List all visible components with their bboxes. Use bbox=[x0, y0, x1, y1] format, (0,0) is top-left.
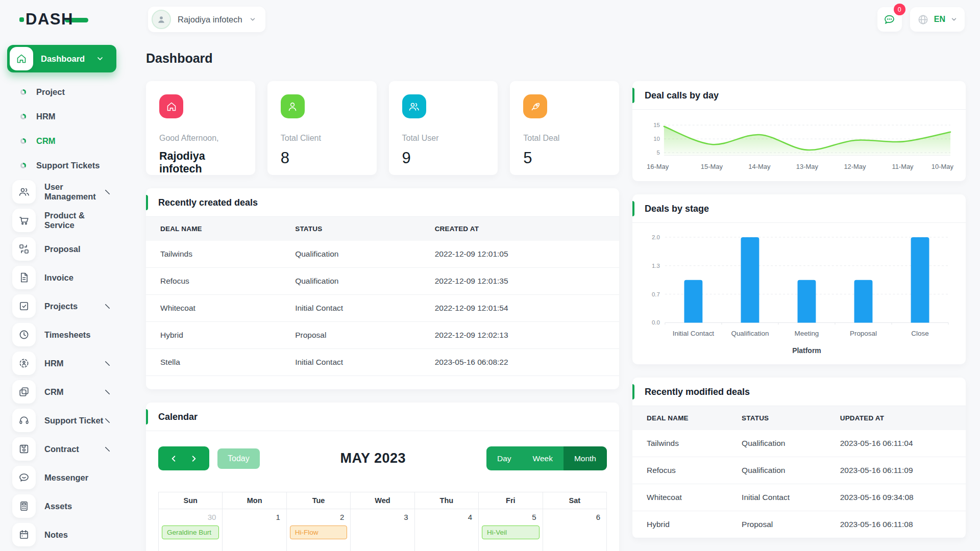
language-selector[interactable]: EN bbox=[910, 7, 965, 32]
svg-text:Meeting: Meeting bbox=[795, 330, 819, 337]
sidebar-item-hrm[interactable]: HRM bbox=[7, 349, 116, 378]
chevron-right-icon bbox=[104, 360, 111, 367]
table-cell: Whitecoat bbox=[632, 484, 727, 511]
sidebar-item-crm[interactable]: CRM bbox=[7, 378, 116, 406]
rocket-icon bbox=[523, 94, 547, 118]
chevron-right-icon bbox=[104, 445, 111, 453]
stat-card-total-client: Total Client 8 bbox=[267, 81, 377, 175]
sidebar-item-label: Assets bbox=[44, 502, 72, 511]
table-cell: Initial Contact bbox=[727, 484, 826, 511]
calendar-day-cell[interactable]: 6 bbox=[543, 509, 606, 551]
sidebar-item-projects[interactable]: Projects bbox=[7, 292, 116, 320]
bullet-icon bbox=[20, 114, 26, 119]
day-header: Thu bbox=[414, 492, 478, 509]
sidebar-item-timesheets[interactable]: Timesheets bbox=[7, 320, 116, 349]
next-button[interactable] bbox=[189, 455, 198, 463]
sidebar-item-label: HRM bbox=[36, 112, 56, 121]
calendar-event[interactable]: Hi-Veil bbox=[482, 525, 539, 539]
day-header: Sat bbox=[543, 492, 606, 509]
sidebar-item-label: HRM bbox=[44, 359, 64, 368]
sidebar-item-label: Dashboard bbox=[41, 54, 85, 64]
sidebar-item-user-management[interactable]: User Management bbox=[7, 178, 116, 206]
svg-text:15-May: 15-May bbox=[701, 163, 723, 170]
sidebar-item-proposal[interactable]: Proposal bbox=[7, 235, 116, 263]
table-cell: Proposal bbox=[727, 511, 826, 538]
calendar-day-cell[interactable]: 30Geraldine Burt bbox=[159, 509, 223, 551]
prev-button[interactable] bbox=[170, 455, 178, 463]
sidebar-item-crm[interactable]: CRM bbox=[7, 129, 116, 153]
calendar-day-cell[interactable]: 2Hi-Flow bbox=[286, 509, 350, 551]
svg-text:10-May: 10-May bbox=[932, 163, 953, 170]
calendar-toolbar: Today MAY 2023 DayWeekMonth bbox=[158, 446, 607, 470]
calendar-nav bbox=[158, 446, 209, 470]
calendar-day-cell[interactable]: 3 bbox=[351, 509, 414, 551]
topbar-actions: 0 EN bbox=[877, 7, 965, 32]
sidebar-item-hrm[interactable]: HRM bbox=[7, 104, 116, 129]
contract-icon bbox=[12, 437, 36, 461]
table-cell: 2023-05-16 06:11:09 bbox=[826, 457, 966, 484]
table-row: RefocusQualification2022-12-09 12:01:35 bbox=[146, 268, 619, 295]
sidebar-item-label: CRM bbox=[36, 136, 56, 146]
sidebar-item-support-tickets[interactable]: Support Tickets bbox=[7, 153, 116, 178]
date-number: 30 bbox=[159, 509, 222, 524]
calendar-day-cell[interactable]: 5Hi-Veil bbox=[479, 509, 543, 551]
calendar-grid: SunMonTueWedThuFriSat 30Geraldine Burt12… bbox=[158, 492, 607, 551]
sidebar-item-project[interactable]: Project bbox=[7, 80, 116, 104]
table-cell: Hybrid bbox=[632, 511, 727, 538]
bullet-icon bbox=[20, 89, 26, 95]
app-logo: DASH bbox=[19, 10, 122, 29]
stat-label: Good Afternoon, bbox=[159, 134, 242, 143]
chevron-right-icon bbox=[104, 388, 111, 396]
stat-label: Total Deal bbox=[523, 134, 606, 143]
svg-text:Proposal: Proposal bbox=[850, 330, 877, 337]
stat-value: 8 bbox=[281, 149, 363, 167]
notes-icon bbox=[12, 523, 36, 546]
messages-button[interactable]: 0 bbox=[877, 7, 902, 32]
view-month-button[interactable]: Month bbox=[564, 446, 607, 470]
sidebar-item-support-ticket[interactable]: Support Ticket bbox=[7, 406, 116, 435]
stat-label: Total User bbox=[402, 134, 485, 143]
calendar-event[interactable]: Hi-Flow bbox=[290, 525, 347, 539]
invoice-icon bbox=[12, 266, 36, 289]
date-number: 5 bbox=[479, 509, 542, 524]
deals-by-stage-card: Deals by stage 0.00.71.32.0Initial Conta… bbox=[632, 194, 966, 364]
sidebar-item-notes[interactable]: Notes bbox=[7, 520, 116, 549]
stat-card-good-afternoon: Good Afternoon, Rajodiya infotech bbox=[146, 81, 255, 175]
table-row: TailwindsQualification2022-12-09 12:01:0… bbox=[146, 241, 619, 268]
svg-text:0.7: 0.7 bbox=[652, 291, 660, 297]
view-day-button[interactable]: Day bbox=[486, 446, 522, 470]
deal-calls-chart: 5101516-May15-May14-May13-May12-May11-Ma… bbox=[632, 110, 966, 181]
calendar-day-header-row: SunMonTueWedThuFriSat bbox=[159, 492, 607, 509]
date-number: 3 bbox=[351, 509, 414, 524]
day-header: Sun bbox=[159, 492, 223, 509]
table-cell: Proposal bbox=[281, 322, 420, 349]
sidebar-item-invoice[interactable]: Invoice bbox=[7, 263, 116, 292]
proposal-icon bbox=[12, 237, 36, 261]
sidebar-item-messenger[interactable]: Messenger bbox=[7, 463, 116, 492]
company-selector[interactable]: Rajodiya infotech bbox=[148, 7, 265, 32]
sidebar-item-product-service[interactable]: Product & Service bbox=[7, 206, 116, 235]
date-number: 6 bbox=[543, 509, 606, 524]
sidebar-item-assets[interactable]: Assets bbox=[7, 492, 116, 520]
view-week-button[interactable]: Week bbox=[522, 446, 564, 470]
today-button[interactable]: Today bbox=[217, 448, 260, 469]
svg-text:15: 15 bbox=[653, 122, 660, 128]
messenger-icon bbox=[12, 466, 36, 489]
day-header: Wed bbox=[351, 492, 414, 509]
calendar-event[interactable]: Geraldine Burt bbox=[162, 525, 219, 539]
card-title: Recently modified deals bbox=[632, 378, 966, 406]
recently-created-deals-card: Recently created deals DEAL NAMESTATUSCR… bbox=[146, 188, 619, 389]
stat-card-total-user: Total User 9 bbox=[389, 81, 498, 175]
sidebar-item-contract[interactable]: Contract bbox=[7, 435, 116, 463]
svg-text:1.3: 1.3 bbox=[652, 262, 660, 268]
sidebar-item-dashboard[interactable]: Dashboard bbox=[7, 45, 116, 72]
calendar-day-cell[interactable]: 4 bbox=[414, 509, 478, 551]
user-icon bbox=[281, 94, 305, 118]
table-row: StellaInitial Contact2023-05-16 06:08:22 bbox=[146, 349, 619, 376]
card-title: Deal calls by day bbox=[632, 81, 966, 110]
date-number: 2 bbox=[287, 509, 350, 524]
calendar-day-cell[interactable]: 1 bbox=[223, 509, 286, 551]
recently-modified-deals-card: Recently modified deals DEAL NAMESTATUSU… bbox=[632, 378, 966, 538]
card-title: Calendar bbox=[146, 403, 619, 431]
date-number: 1 bbox=[223, 509, 286, 524]
